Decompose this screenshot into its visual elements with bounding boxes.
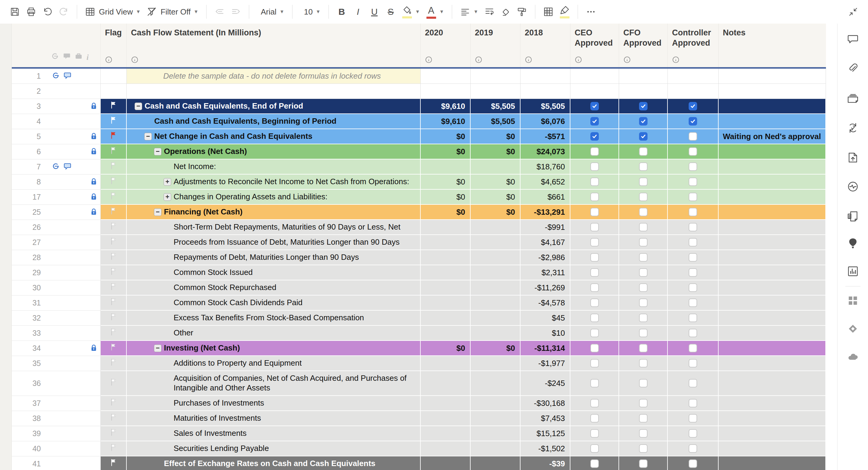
cell-2020[interactable] (421, 441, 471, 457)
controller-approved-cell[interactable] (668, 114, 719, 129)
notes-cell[interactable] (719, 220, 826, 235)
checkbox-controller-approved[interactable] (689, 344, 697, 352)
comment-indicator-icon[interactable] (63, 71, 72, 81)
print-button[interactable] (26, 7, 36, 17)
bold-button[interactable]: B (337, 7, 347, 17)
flag-cell[interactable] (101, 457, 127, 470)
ceo-approved-cell[interactable] (570, 457, 619, 470)
cell-2019[interactable] (471, 311, 521, 326)
ceo-approved-cell[interactable] (570, 411, 619, 426)
checkbox-ceo-approved[interactable] (590, 283, 599, 292)
row-number[interactable]: 32 (12, 311, 41, 325)
checkbox-controller-approved[interactable] (689, 208, 697, 216)
checkbox-controller-approved[interactable] (689, 314, 697, 322)
ceo-approved-cell[interactable] (570, 311, 619, 326)
checkbox-ceo-approved[interactable] (590, 208, 599, 216)
cell-2020[interactable]: $0 (421, 341, 471, 356)
collapse-toggle[interactable]: − (134, 102, 142, 110)
format-painter-button[interactable] (517, 7, 527, 17)
flag-cell[interactable] (101, 441, 127, 457)
checkbox-controller-approved[interactable] (689, 379, 697, 387)
ceo-approved-cell[interactable] (570, 159, 619, 175)
cell-2020[interactable] (421, 311, 471, 326)
primary-cell[interactable]: −Operations (Net Cash) (127, 144, 421, 159)
info-icon[interactable] (425, 56, 433, 64)
ceo-approved-cell[interactable] (570, 326, 619, 341)
cell-2020[interactable] (421, 220, 471, 235)
ceo-approved-cell[interactable] (570, 129, 619, 144)
ceo-approved-cell[interactable] (570, 190, 619, 205)
primary-cell[interactable]: Common Stock Repurchased (127, 280, 421, 295)
cell-2019[interactable] (471, 457, 521, 470)
controller-approved-cell[interactable] (668, 265, 719, 280)
flag-icon[interactable] (110, 343, 118, 353)
cfo-approved-cell[interactable] (619, 457, 668, 470)
borders-button[interactable] (543, 7, 554, 17)
checkbox-ceo-approved[interactable] (590, 102, 599, 111)
notes-cell[interactable] (719, 265, 826, 280)
cell-2020[interactable] (421, 250, 471, 265)
checkbox-cfo-approved[interactable] (639, 314, 648, 322)
cell-2019[interactable] (471, 441, 521, 457)
cell-2020[interactable] (421, 159, 471, 175)
flag-cell[interactable] (101, 295, 127, 311)
cell-2018[interactable] (521, 69, 570, 84)
checkbox-cfo-approved[interactable] (639, 147, 648, 156)
flag-cell[interactable] (101, 411, 127, 426)
primary-cell[interactable]: −Net Change in Cash and Cash Equivalents (127, 129, 421, 144)
fill-color-button[interactable]: ▼ (402, 5, 420, 19)
checkbox-controller-approved[interactable] (689, 253, 697, 261)
activity-log-panel-icon[interactable] (846, 180, 859, 193)
proofs-panel-icon[interactable] (846, 92, 859, 105)
checkbox-controller-approved[interactable] (689, 238, 697, 247)
controller-approved-cell[interactable] (668, 175, 719, 190)
flag-icon[interactable] (110, 328, 118, 338)
flag-icon[interactable] (110, 443, 118, 454)
cfo-approved-cell[interactable] (619, 99, 668, 114)
ceo-approved-cell[interactable] (570, 341, 619, 356)
flag-cell[interactable] (101, 114, 127, 129)
controller-approved-cell[interactable] (668, 220, 719, 235)
checkbox-cfo-approved[interactable] (639, 414, 648, 422)
cell-2020[interactable] (421, 235, 471, 250)
notes-cell[interactable] (719, 69, 826, 84)
flag-icon[interactable] (110, 131, 118, 142)
cell-2020[interactable]: $9,610 (421, 99, 471, 114)
info-icon[interactable] (623, 56, 631, 64)
checkbox-ceo-approved[interactable] (590, 399, 599, 407)
cell-2019[interactable]: $0 (471, 129, 521, 144)
primary-cell[interactable]: +Adjustments to Reconcile Net Income to … (127, 175, 421, 190)
flag-cell[interactable] (101, 205, 127, 220)
flag-icon[interactable] (110, 282, 118, 293)
row-number[interactable]: 6 (12, 144, 41, 159)
more-button[interactable] (586, 7, 596, 17)
cfo-approved-cell[interactable] (619, 426, 668, 441)
cell-2020[interactable] (421, 280, 471, 295)
checkbox-controller-approved[interactable] (689, 414, 697, 422)
checkbox-cfo-approved[interactable] (639, 253, 648, 261)
checkbox-cfo-approved[interactable] (639, 344, 648, 352)
checkbox-controller-approved[interactable] (689, 444, 697, 453)
checkbox-controller-approved[interactable] (689, 117, 697, 126)
cfo-approved-cell[interactable] (619, 190, 668, 205)
row-number[interactable]: 28 (12, 250, 41, 265)
checkbox-cfo-approved[interactable] (639, 359, 648, 368)
cell-2018[interactable]: -$39 (521, 457, 570, 470)
cell-2020[interactable]: $0 (421, 144, 471, 159)
checkbox-controller-approved[interactable] (689, 329, 697, 337)
flag-cell[interactable] (101, 84, 127, 99)
update-requests-panel-icon[interactable] (846, 122, 859, 134)
primary-cell[interactable]: −Cash and Cash Equivalents, End of Perio… (127, 99, 421, 114)
flag-cell[interactable] (101, 69, 127, 84)
column-header-notes[interactable]: Notes (719, 24, 826, 67)
cfo-approved-cell[interactable] (619, 311, 668, 326)
cell-2019[interactable]: $0 (471, 144, 521, 159)
premium-apps-panel-icon[interactable] (846, 322, 859, 335)
checkbox-ceo-approved[interactable] (590, 162, 599, 171)
ceo-approved-cell[interactable] (570, 84, 619, 99)
flag-icon[interactable] (110, 313, 118, 323)
proof-column-icon[interactable] (75, 52, 83, 63)
cell-2020[interactable] (421, 371, 471, 396)
column-header-ceo-approved[interactable]: CEO Approved (570, 24, 619, 67)
checkbox-ceo-approved[interactable] (590, 253, 599, 261)
